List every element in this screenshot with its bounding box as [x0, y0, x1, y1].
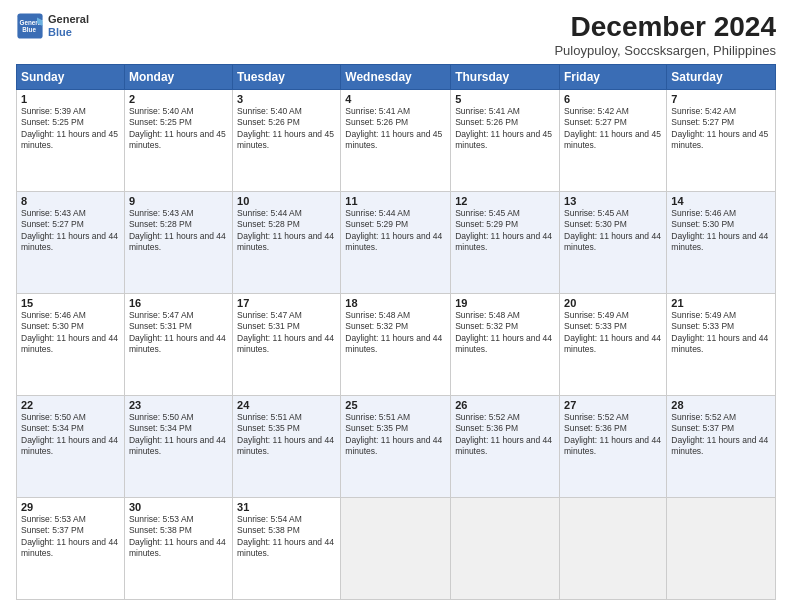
table-row: [341, 497, 451, 599]
main-title: December 2024: [554, 12, 776, 43]
col-wednesday: Wednesday: [341, 64, 451, 89]
day-number: 24: [237, 399, 336, 411]
day-number: 16: [129, 297, 228, 309]
day-number: 30: [129, 501, 228, 513]
table-row: 11Sunrise: 5:44 AM Sunset: 5:29 PM Dayli…: [341, 191, 451, 293]
table-row: 27Sunrise: 5:52 AM Sunset: 5:36 PM Dayli…: [560, 395, 667, 497]
table-row: 23Sunrise: 5:50 AM Sunset: 5:34 PM Dayli…: [124, 395, 232, 497]
day-info: Sunrise: 5:44 AM Sunset: 5:28 PM Dayligh…: [237, 208, 336, 254]
day-info: Sunrise: 5:52 AM Sunset: 5:36 PM Dayligh…: [564, 412, 662, 458]
table-row: 21Sunrise: 5:49 AM Sunset: 5:33 PM Dayli…: [667, 293, 776, 395]
day-number: 27: [564, 399, 662, 411]
day-number: 2: [129, 93, 228, 105]
table-row: 14Sunrise: 5:46 AM Sunset: 5:30 PM Dayli…: [667, 191, 776, 293]
day-info: Sunrise: 5:41 AM Sunset: 5:26 PM Dayligh…: [455, 106, 555, 152]
day-info: Sunrise: 5:39 AM Sunset: 5:25 PM Dayligh…: [21, 106, 120, 152]
day-info: Sunrise: 5:42 AM Sunset: 5:27 PM Dayligh…: [564, 106, 662, 152]
day-info: Sunrise: 5:45 AM Sunset: 5:30 PM Dayligh…: [564, 208, 662, 254]
calendar-row: 8Sunrise: 5:43 AM Sunset: 5:27 PM Daylig…: [17, 191, 776, 293]
calendar-row: 22Sunrise: 5:50 AM Sunset: 5:34 PM Dayli…: [17, 395, 776, 497]
calendar-row: 1Sunrise: 5:39 AM Sunset: 5:25 PM Daylig…: [17, 89, 776, 191]
page: General Blue General Blue December 2024 …: [0, 0, 792, 612]
day-info: Sunrise: 5:53 AM Sunset: 5:38 PM Dayligh…: [129, 514, 228, 560]
calendar-row: 15Sunrise: 5:46 AM Sunset: 5:30 PM Dayli…: [17, 293, 776, 395]
table-row: 10Sunrise: 5:44 AM Sunset: 5:28 PM Dayli…: [233, 191, 341, 293]
day-info: Sunrise: 5:46 AM Sunset: 5:30 PM Dayligh…: [21, 310, 120, 356]
day-number: 23: [129, 399, 228, 411]
day-number: 15: [21, 297, 120, 309]
day-info: Sunrise: 5:44 AM Sunset: 5:29 PM Dayligh…: [345, 208, 446, 254]
day-number: 21: [671, 297, 771, 309]
logo-line2: Blue: [48, 26, 89, 39]
day-number: 18: [345, 297, 446, 309]
col-thursday: Thursday: [451, 64, 560, 89]
col-saturday: Saturday: [667, 64, 776, 89]
table-row: 20Sunrise: 5:49 AM Sunset: 5:33 PM Dayli…: [560, 293, 667, 395]
subtitle: Puloypuloy, Soccsksargen, Philippines: [554, 43, 776, 58]
svg-text:Blue: Blue: [22, 26, 36, 33]
table-row: 8Sunrise: 5:43 AM Sunset: 5:27 PM Daylig…: [17, 191, 125, 293]
table-row: 31Sunrise: 5:54 AM Sunset: 5:38 PM Dayli…: [233, 497, 341, 599]
day-info: Sunrise: 5:51 AM Sunset: 5:35 PM Dayligh…: [237, 412, 336, 458]
day-info: Sunrise: 5:43 AM Sunset: 5:28 PM Dayligh…: [129, 208, 228, 254]
day-info: Sunrise: 5:50 AM Sunset: 5:34 PM Dayligh…: [129, 412, 228, 458]
day-number: 22: [21, 399, 120, 411]
day-number: 11: [345, 195, 446, 207]
logo-line1: General: [48, 13, 89, 26]
day-info: Sunrise: 5:41 AM Sunset: 5:26 PM Dayligh…: [345, 106, 446, 152]
table-row: 24Sunrise: 5:51 AM Sunset: 5:35 PM Dayli…: [233, 395, 341, 497]
day-info: Sunrise: 5:40 AM Sunset: 5:26 PM Dayligh…: [237, 106, 336, 152]
day-info: Sunrise: 5:43 AM Sunset: 5:27 PM Dayligh…: [21, 208, 120, 254]
header: General Blue General Blue December 2024 …: [16, 12, 776, 58]
day-number: 12: [455, 195, 555, 207]
table-row: 2Sunrise: 5:40 AM Sunset: 5:25 PM Daylig…: [124, 89, 232, 191]
table-row: 19Sunrise: 5:48 AM Sunset: 5:32 PM Dayli…: [451, 293, 560, 395]
day-info: Sunrise: 5:52 AM Sunset: 5:36 PM Dayligh…: [455, 412, 555, 458]
day-number: 13: [564, 195, 662, 207]
table-row: 28Sunrise: 5:52 AM Sunset: 5:37 PM Dayli…: [667, 395, 776, 497]
table-row: 22Sunrise: 5:50 AM Sunset: 5:34 PM Dayli…: [17, 395, 125, 497]
day-info: Sunrise: 5:42 AM Sunset: 5:27 PM Dayligh…: [671, 106, 771, 152]
table-row: 9Sunrise: 5:43 AM Sunset: 5:28 PM Daylig…: [124, 191, 232, 293]
day-info: Sunrise: 5:50 AM Sunset: 5:34 PM Dayligh…: [21, 412, 120, 458]
day-info: Sunrise: 5:49 AM Sunset: 5:33 PM Dayligh…: [671, 310, 771, 356]
table-row: 6Sunrise: 5:42 AM Sunset: 5:27 PM Daylig…: [560, 89, 667, 191]
day-info: Sunrise: 5:48 AM Sunset: 5:32 PM Dayligh…: [345, 310, 446, 356]
day-info: Sunrise: 5:52 AM Sunset: 5:37 PM Dayligh…: [671, 412, 771, 458]
day-number: 14: [671, 195, 771, 207]
table-row: 30Sunrise: 5:53 AM Sunset: 5:38 PM Dayli…: [124, 497, 232, 599]
logo: General Blue General Blue: [16, 12, 89, 40]
logo-icon: General Blue: [16, 12, 44, 40]
table-row: 25Sunrise: 5:51 AM Sunset: 5:35 PM Dayli…: [341, 395, 451, 497]
table-row: [560, 497, 667, 599]
table-row: 3Sunrise: 5:40 AM Sunset: 5:26 PM Daylig…: [233, 89, 341, 191]
col-sunday: Sunday: [17, 64, 125, 89]
title-section: December 2024 Puloypuloy, Soccsksargen, …: [554, 12, 776, 58]
day-number: 31: [237, 501, 336, 513]
day-number: 4: [345, 93, 446, 105]
day-info: Sunrise: 5:53 AM Sunset: 5:37 PM Dayligh…: [21, 514, 120, 560]
day-info: Sunrise: 5:51 AM Sunset: 5:35 PM Dayligh…: [345, 412, 446, 458]
day-number: 8: [21, 195, 120, 207]
day-number: 26: [455, 399, 555, 411]
day-info: Sunrise: 5:47 AM Sunset: 5:31 PM Dayligh…: [129, 310, 228, 356]
day-number: 19: [455, 297, 555, 309]
day-number: 5: [455, 93, 555, 105]
day-number: 28: [671, 399, 771, 411]
day-info: Sunrise: 5:54 AM Sunset: 5:38 PM Dayligh…: [237, 514, 336, 560]
day-info: Sunrise: 5:47 AM Sunset: 5:31 PM Dayligh…: [237, 310, 336, 356]
day-info: Sunrise: 5:46 AM Sunset: 5:30 PM Dayligh…: [671, 208, 771, 254]
day-info: Sunrise: 5:48 AM Sunset: 5:32 PM Dayligh…: [455, 310, 555, 356]
calendar-row: 29Sunrise: 5:53 AM Sunset: 5:37 PM Dayli…: [17, 497, 776, 599]
table-row: 5Sunrise: 5:41 AM Sunset: 5:26 PM Daylig…: [451, 89, 560, 191]
table-row: [667, 497, 776, 599]
day-number: 1: [21, 93, 120, 105]
table-row: 26Sunrise: 5:52 AM Sunset: 5:36 PM Dayli…: [451, 395, 560, 497]
table-row: 29Sunrise: 5:53 AM Sunset: 5:37 PM Dayli…: [17, 497, 125, 599]
table-row: 17Sunrise: 5:47 AM Sunset: 5:31 PM Dayli…: [233, 293, 341, 395]
table-row: 4Sunrise: 5:41 AM Sunset: 5:26 PM Daylig…: [341, 89, 451, 191]
table-row: [451, 497, 560, 599]
table-row: 1Sunrise: 5:39 AM Sunset: 5:25 PM Daylig…: [17, 89, 125, 191]
day-number: 9: [129, 195, 228, 207]
header-row: Sunday Monday Tuesday Wednesday Thursday…: [17, 64, 776, 89]
